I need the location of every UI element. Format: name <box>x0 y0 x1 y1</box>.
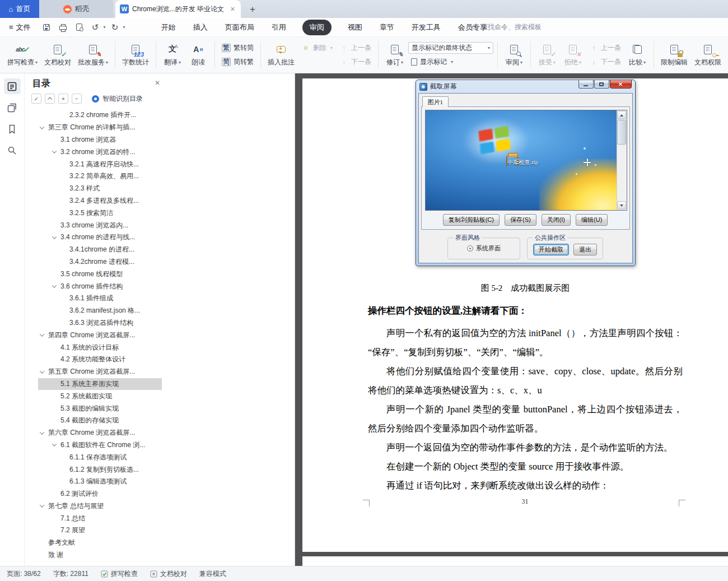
review-button[interactable]: 审阅▾ <box>502 39 526 71</box>
menu-tab[interactable]: 页面布局 <box>224 20 255 35</box>
toc-item[interactable]: 3.2.1 高速程序启动快... <box>38 158 162 170</box>
prev-change-button[interactable]: ↑ 上一条 <box>586 42 624 54</box>
doc-proofread-button[interactable]: ✓ 文档校对 <box>41 39 74 71</box>
restrict-editing-button[interactable]: 限制编辑 <box>658 39 690 71</box>
accept-change-button[interactable]: ✓ 接受▾ <box>535 39 559 71</box>
redo-button[interactable]: ↻ <box>108 21 122 34</box>
chevron-down-icon[interactable] <box>40 332 44 337</box>
embedded-screenshot-figure[interactable]: 截取屏幕 ✕ 图片1 <box>416 80 636 266</box>
tab-close-icon[interactable]: ✕ <box>229 4 236 14</box>
toc-item[interactable]: 3.6.2 manifest.json 格... <box>38 305 162 317</box>
spell-check-button[interactable]: abc✓ 拼写检查▾ <box>4 39 40 71</box>
body-paragraph[interactable]: 声明一个新的 Jpanel 类型的变量 buttonPanel，将上边四个按钮添… <box>368 400 683 438</box>
toc-item[interactable]: 3.6.1 插件组成 <box>38 292 162 305</box>
trad-to-simp-button[interactable]: 繁 繁转简 <box>219 42 256 54</box>
chevron-down-icon[interactable] <box>40 124 44 129</box>
toc-item[interactable]: 3.6.3 浏览器插件结构 <box>38 317 162 329</box>
chevron-down-icon[interactable] <box>52 234 57 239</box>
menu-tab[interactable]: 开发工具 <box>410 20 442 35</box>
next-change-button[interactable]: ↓ 下一条 <box>586 56 624 68</box>
outline-select-checkbox[interactable]: ✓ <box>31 94 41 104</box>
section-heading[interactable]: 操作栏四个按钮的设置,注解请看下面： <box>368 305 683 317</box>
toc-item[interactable]: 5.3 截图的编辑实现 <box>38 402 162 415</box>
word-count-indicator[interactable]: 字数: 22811 <box>53 569 88 579</box>
insert-comment-button[interactable]: + 插入批注 <box>265 39 297 71</box>
body-paragraph[interactable]: 声明一个私有的返回值为空的方法 initPanel（），方法里声明四个按钮：“保… <box>368 324 683 362</box>
toc-item[interactable]: 3.6 chrome 插件结构 <box>38 280 162 292</box>
toc-item[interactable]: 3.2 chrome 浏览器的特... <box>38 146 162 158</box>
toc-item[interactable]: 6.1.1 保存选项测试 <box>38 451 162 463</box>
body-paragraph[interactable]: 将他们分别赋值给四个变量使用：save、copy、close、update。然后… <box>368 362 683 400</box>
print-preview-button[interactable] <box>72 21 86 34</box>
toc-item[interactable]: 4.1 系统的设计目标 <box>38 341 162 354</box>
compare-button[interactable]: 比较▾ <box>625 39 650 71</box>
menu-tab[interactable]: 插入 <box>192 20 209 35</box>
toc-item[interactable]: 3.2.4 多进程及多线程... <box>38 195 162 207</box>
toc-item[interactable]: 5.1 系统主界面实现 <box>38 378 162 391</box>
home-tab[interactable]: ⌂ 首页 <box>0 0 39 18</box>
toc-item[interactable]: 3.5 chrome 线程模型 <box>38 268 162 280</box>
toc-item[interactable]: 第七章 总结与展望 <box>38 500 162 513</box>
toc-item[interactable]: 3.1 chrome 浏览器 <box>38 134 162 146</box>
chevron-down-icon[interactable] <box>52 283 57 287</box>
page-indicator[interactable]: 页面: 38/62 <box>7 569 41 579</box>
markup-state-combobox[interactable]: 显示标记的最终状态 ▾ <box>408 42 493 54</box>
correction-service-button[interactable]: ✎ 批改服务▾ <box>75 39 111 71</box>
smart-toc-button[interactable]: 智能识别目录 <box>92 94 143 104</box>
prev-comment-button[interactable]: ↑ 上一条 <box>337 42 374 54</box>
toc-item[interactable]: 6.1.2 复制到剪切板选... <box>38 463 162 476</box>
next-document-page[interactable] <box>302 556 728 566</box>
undo-dropdown-caret[interactable]: ▾ <box>104 25 106 30</box>
chevron-down-icon[interactable] <box>52 149 57 154</box>
body-paragraph[interactable]: 在创建一个新的 Object 类型的变量 source 用于接收事件源。 <box>368 457 683 476</box>
command-search[interactable]: 查找命令、搜索模板 <box>472 18 542 36</box>
toc-item[interactable]: 第四章 Chrome 浏览器截屏... <box>38 329 162 341</box>
document-page[interactable]: 截取屏幕 ✕ 图片1 <box>302 78 728 552</box>
toc-item[interactable]: 第六章 Chrome 浏览器截屏... <box>38 427 162 439</box>
outline-collapse-button[interactable] <box>45 94 55 104</box>
file-menu-button[interactable]: ≡ 文件 <box>0 22 36 32</box>
body-paragraph[interactable]: 再通过 if 语句比对，来判断系统改做出设么样的动作： <box>368 476 683 495</box>
document-tab[interactable]: W Chrome浏览...的开发 毕业论文 ✕ <box>115 0 241 18</box>
docer-tab[interactable]: 稻壳 <box>39 0 113 18</box>
toc-item[interactable]: 致 谢 <box>38 549 162 561</box>
chevron-down-icon[interactable] <box>40 430 44 434</box>
toc-item[interactable]: 3.2.2 简单高效、易用... <box>38 170 162 183</box>
menu-tab[interactable]: 章节 <box>379 20 395 35</box>
chevron-down-icon[interactable] <box>40 503 44 508</box>
outline-pane-button[interactable] <box>4 78 21 94</box>
toc-item[interactable]: 参考文献 <box>38 537 162 549</box>
find-pane-button[interactable] <box>4 142 21 158</box>
toc-item[interactable]: 2.3.2 chrome 插件开... <box>38 109 162 122</box>
toc-item[interactable]: 6.2 测试评价 <box>38 488 162 500</box>
menu-tab[interactable]: 开始 <box>160 20 177 35</box>
translate-button[interactable]: 文A 翻译▾ <box>160 39 185 71</box>
chevron-down-icon[interactable] <box>52 442 57 447</box>
proofread-status[interactable]: 文档校对 <box>150 569 187 579</box>
toc-item[interactable]: 4.2 系统功能整体设计 <box>38 354 162 366</box>
compatibility-mode-indicator[interactable]: 兼容模式 <box>199 569 226 579</box>
menu-tab[interactable]: 引用 <box>270 20 287 35</box>
pages-pane-button[interactable] <box>4 100 21 115</box>
toc-item[interactable]: 5.2 系统截图实现 <box>38 390 162 402</box>
outline-expand-all-button[interactable]: + <box>58 94 68 104</box>
toc-item[interactable]: 7.2 展望 <box>38 524 162 537</box>
chevron-down-icon[interactable] <box>40 369 44 373</box>
reject-change-button[interactable]: ✕ 拒绝▾ <box>561 39 585 71</box>
figure-caption[interactable]: 图 5-2 成功截图展示图 <box>368 283 683 294</box>
undo-button[interactable]: ↺ <box>88 21 102 34</box>
toc-item[interactable]: 6.1.3 编辑选项测试 <box>38 476 162 488</box>
document-canvas[interactable]: 截取屏幕 ✕ 图片1 <box>295 73 728 566</box>
doc-auth-button[interactable]: ✓ 文档认证▾ <box>725 39 728 71</box>
toc-item[interactable]: 7.1 总结 <box>38 512 162 524</box>
toc-item[interactable]: 3.4 chrome 的进程与线... <box>38 231 162 244</box>
outline-close-icon[interactable]: ✕ <box>155 79 160 87</box>
read-aloud-button[interactable]: A» 朗读 <box>186 39 211 71</box>
menu-tab[interactable]: 视图 <box>347 20 363 35</box>
toc-item[interactable]: 3.3 chrome 浏览器内... <box>38 219 162 231</box>
doc-permission-button[interactable]: 文档权限 <box>692 39 724 71</box>
print-button[interactable] <box>56 21 70 34</box>
track-changes-button[interactable]: ✎ 修订▾ <box>382 39 407 71</box>
toc-item[interactable]: 第三章 Chrome 的详解与插... <box>38 122 162 134</box>
new-tab-button[interactable]: + <box>245 2 260 17</box>
